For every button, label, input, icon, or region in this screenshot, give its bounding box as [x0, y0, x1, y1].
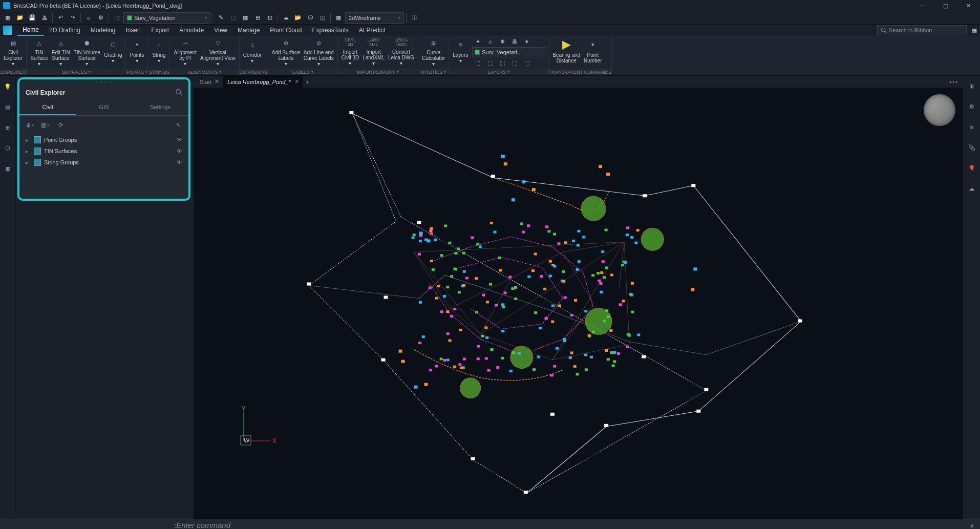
box-icon[interactable]: ◫: [317, 12, 328, 24]
ribbon-import-civil-3d[interactable]: CIVIL3DImportCivil 3D▾: [340, 37, 360, 68]
ribbon-edit-tin-surface[interactable]: ◬Edit TINSurface▾: [50, 37, 72, 68]
layer-off-icon[interactable]: ⬚: [111, 12, 122, 24]
redo-icon[interactable]: ↷: [67, 12, 78, 24]
sun-icon[interactable]: ☼: [83, 12, 94, 24]
close-tab-icon[interactable]: ✕: [294, 78, 299, 85]
group-icon[interactable]: ⊞: [252, 12, 263, 24]
close-button[interactable]: ✕: [957, 0, 980, 11]
layer-tool-icon[interactable]: ⬚: [484, 58, 496, 68]
layer-tool-icon[interactable]: ✦: [472, 37, 483, 46]
folder-icon[interactable]: 📂: [292, 12, 304, 24]
sheet-rail-icon[interactable]: ▦: [2, 163, 13, 174]
add-dropdown-icon[interactable]: ⊕▾: [25, 120, 35, 130]
play-button[interactable]: ▶Bearing andDistance: [551, 37, 582, 68]
ribbon-tin-volume-surface[interactable]: ⬢TIN VolumeSurface▾: [72, 37, 102, 68]
layers-rail-icon[interactable]: ▤: [2, 101, 13, 113]
ribbon-corridor[interactable]: ⌂Corridor▾: [242, 37, 263, 68]
hatch-icon[interactable]: ▦: [240, 12, 251, 24]
ribbon-add-line-and-curve-labels[interactable]: ⊘Add Line andCurve Labels▾: [302, 37, 335, 68]
open-file-icon[interactable]: 📁: [14, 12, 26, 24]
ribbon-layers-button[interactable]: ≋Layers▾: [451, 37, 470, 68]
panel-tab-settings[interactable]: Settings: [132, 100, 188, 115]
layer-tool-icon[interactable]: ☼: [484, 37, 496, 46]
gear-icon[interactable]: ⚙: [95, 12, 106, 24]
menu-point-cloud[interactable]: Point Cloud: [265, 25, 307, 36]
app-logo[interactable]: [3, 26, 12, 35]
ribbon-civil-explorer[interactable]: ▤CivilExplorer▾: [2, 37, 24, 68]
menu-annotate[interactable]: Annotate: [174, 25, 209, 36]
panel-drag-handle[interactable]: • • • •: [19, 79, 188, 83]
layer-tool-icon[interactable]: 🖶: [509, 37, 520, 46]
settings-rail-icon[interactable]: ⚙: [966, 100, 978, 113]
panel-tab-gis[interactable]: GIS: [76, 100, 132, 115]
menu-insert[interactable]: Insert: [120, 25, 146, 36]
save-icon[interactable]: 💾: [27, 12, 38, 24]
drawing-canvas[interactable]: [194, 88, 963, 519]
menu-manage[interactable]: Manage: [232, 25, 265, 36]
ribbon-search[interactable]: Search in Ribbon: [877, 25, 967, 35]
tree-item-tin-surfaces[interactable]: ▸TIN Surfaces👁: [24, 145, 184, 157]
ribbon-add-surface-labels[interactable]: ⊛Add SurfaceLabels▾: [270, 37, 302, 68]
db-icon[interactable]: ⛁: [305, 12, 316, 24]
panel-search-icon[interactable]: [175, 89, 182, 97]
layers-rail-icon[interactable]: ≋: [966, 121, 978, 133]
undo-icon[interactable]: ↶: [55, 12, 66, 24]
ribbon-vertical-alignment-view[interactable]: ▽VerticalAlignment View▾: [199, 37, 237, 68]
visual-style-dropdown[interactable]: 2dWireframe ▾: [345, 12, 404, 24]
maximize-button[interactable]: ▢: [934, 0, 957, 11]
current-layer-dropdown[interactable]: Surv_Vegetation ▾: [123, 12, 210, 24]
visibility-icon[interactable]: 👁: [177, 159, 182, 165]
align-icon[interactable]: ⊡: [264, 12, 275, 24]
ribbon-convert-leica-dwg[interactable]: LEICADWGConvertLeica DWG▾: [387, 37, 416, 68]
balloon-rail-icon[interactable]: 🎈: [966, 162, 978, 174]
ribbon-import-landxml[interactable]: LANDXMLImportLandXML▾: [361, 37, 386, 68]
minimize-button[interactable]: ─: [911, 0, 934, 11]
menu-export[interactable]: Export: [146, 25, 174, 36]
measure-icon[interactable]: ✎: [215, 12, 226, 24]
select-icon[interactable]: ⬚: [227, 12, 239, 24]
print-icon[interactable]: 🖶: [39, 12, 50, 24]
structure-rail-icon[interactable]: ⊞: [2, 122, 13, 133]
help-icon[interactable]: ⓘ: [409, 12, 420, 24]
add-tab-button[interactable]: +: [303, 79, 313, 85]
ribbon-expand-icon[interactable]: ▦: [969, 25, 980, 36]
cloud-icon[interactable]: ☁: [280, 12, 291, 24]
tree-item-point-groups[interactable]: ▸Point Groups👁: [24, 134, 184, 145]
ribbon-tin-surface[interactable]: △TINSurface▾: [29, 37, 49, 68]
viewstyle-icon[interactable]: ▦: [333, 12, 344, 24]
new-file-icon[interactable]: ▦: [2, 12, 13, 24]
doc-tab[interactable]: Leica Heerbrugg_Pond_*✕: [223, 76, 303, 88]
drawing-viewport[interactable]: X Y W: [194, 88, 963, 519]
visibility-icon[interactable]: 👁: [177, 137, 182, 143]
layer-tool-icon[interactable]: ⬚: [521, 58, 532, 68]
close-tab-icon[interactable]: ✕: [215, 78, 219, 85]
filter-dropdown-icon[interactable]: ▥▾: [40, 120, 50, 130]
ribbon-points[interactable]: ✦Points▾: [128, 37, 145, 68]
attach-rail-icon[interactable]: 📎: [966, 141, 978, 154]
menu-expresstools[interactable]: ExpressTools: [307, 25, 353, 36]
menu-view[interactable]: View: [209, 25, 232, 36]
3d-rail-icon[interactable]: ⬡: [2, 142, 13, 154]
panel-tab-civil[interactable]: Civil: [19, 100, 76, 115]
visibility-icon[interactable]: 👁: [177, 148, 182, 154]
view-cube[interactable]: [924, 94, 955, 126]
menu-modeling[interactable]: Modeling: [86, 25, 121, 36]
lightbulb-icon[interactable]: 💡: [2, 81, 13, 92]
menu-home[interactable]: Home: [17, 25, 44, 36]
doc-menu-icon[interactable]: •••: [945, 79, 963, 85]
refresh-icon[interactable]: ⟳: [55, 120, 66, 130]
ribbon-grading[interactable]: ⬡Grading▾: [102, 37, 124, 68]
layer-tool-icon[interactable]: ▾: [521, 37, 532, 46]
ribbon-string[interactable]: ⟋String▾: [150, 37, 167, 68]
menu-2d-drafting[interactable]: 2D Drafting: [44, 25, 86, 36]
ribbon-alignment-by-pi[interactable]: ⤻Alignmentby PI▾: [172, 37, 198, 68]
menu-ai-predict[interactable]: AI Predict: [354, 25, 391, 36]
cloud-rail-icon[interactable]: ☁: [966, 182, 978, 195]
ribbon-layer-dropdown[interactable]: Surv_Vegetati...: [472, 47, 546, 57]
layer-tool-icon[interactable]: ⬚: [497, 58, 508, 68]
layer-tool-icon[interactable]: ⬚: [472, 58, 483, 68]
command-bar[interactable]: : Enter command ▴: [0, 519, 980, 529]
cursor-icon[interactable]: ↖: [173, 120, 183, 130]
layer-tool-icon[interactable]: ⬚: [509, 58, 520, 68]
layer-tool-icon[interactable]: ❄: [497, 37, 508, 46]
